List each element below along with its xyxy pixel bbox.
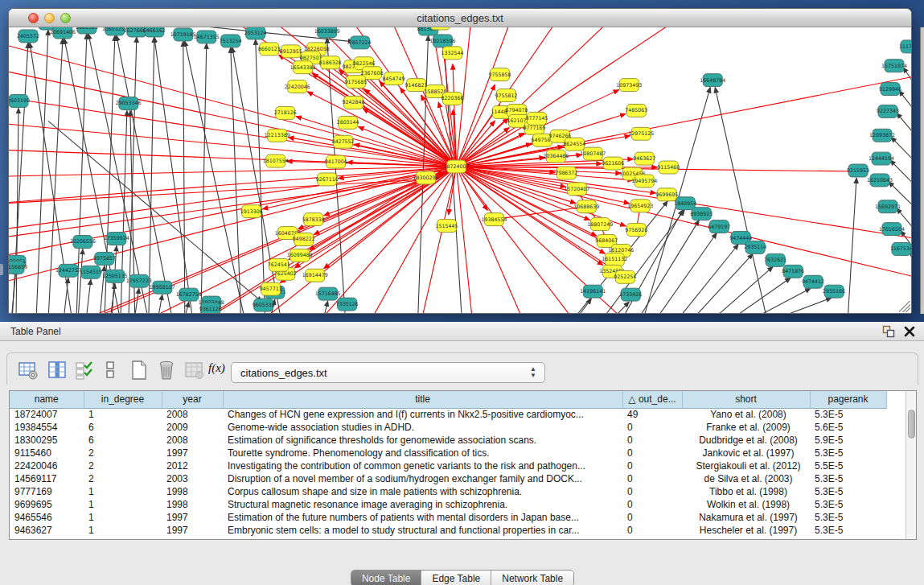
scrollbar-thumb[interactable] [908, 410, 915, 439]
tab-node-table[interactable]: Node Table [351, 571, 422, 585]
graph-node[interactable]: 14671355 [194, 31, 220, 43]
graph-node[interactable]: 7632621 [764, 253, 786, 266]
graph-node[interactable]: 1515445 [436, 220, 458, 233]
graph-node[interactable]: 9755858 [488, 68, 511, 81]
graph-node[interactable]: 19218596 [430, 35, 456, 47]
table-row[interactable]: 977716911998Corpus callosum shape and si… [10, 485, 906, 498]
column-header-name[interactable]: name [10, 391, 84, 408]
graph-node[interactable]: 16151132 [602, 253, 627, 266]
graph-node[interactable]: 10688639 [573, 200, 599, 213]
graph-node[interactable]: 9252254 [614, 270, 636, 283]
graph-node[interactable]: 9227343 [877, 105, 899, 117]
graph-node[interactable]: 18107554 [263, 154, 289, 167]
graph-node[interactable]: 10807487 [580, 147, 606, 160]
graph-node[interactable]: 9267110 [316, 173, 339, 186]
graph-node[interactable]: 9975857 [93, 252, 116, 265]
split-view-button[interactable] [99, 359, 121, 381]
select-rows-button[interactable] [73, 359, 96, 381]
graph-node[interactable]: 1861325 [76, 27, 98, 34]
graph-node[interactable]: 29053346 [116, 97, 142, 110]
graph-node[interactable]: 2803144 [337, 116, 359, 129]
graph-node[interactable]: 9129946 [879, 83, 901, 96]
table-row[interactable]: 1938455462009Genome-wide association stu… [10, 421, 906, 434]
edge[interactable] [86, 279, 91, 313]
edge[interactable] [149, 37, 154, 313]
graph-node[interactable]: 15716485 [315, 287, 341, 300]
graph-node[interactable]: 12444194 [869, 152, 894, 165]
graph-node[interactable]: 2935114 [744, 241, 766, 254]
graph-node[interactable]: 17359924 [104, 233, 129, 245]
graph-node[interactable]: 22420046 [285, 80, 310, 93]
graph-node[interactable]: 16543382 [290, 61, 316, 74]
graph-node[interactable]: 7513254 [220, 35, 242, 47]
table-options-button[interactable] [17, 359, 39, 381]
edge[interactable] [256, 39, 265, 313]
graph-node[interactable]: 7986372 [555, 167, 577, 179]
graph-node[interactable]: 8454749 [383, 72, 405, 85]
edge[interactable] [655, 233, 717, 313]
edge[interactable] [64, 278, 68, 313]
graph-node[interactable]: 15751074 [881, 60, 907, 72]
table-row[interactable]: 911546021997Tourette syndrome. Phenomeno… [10, 447, 906, 459]
graph-node[interactable]: 17957223 [126, 274, 152, 287]
show-columns-button[interactable] [46, 359, 68, 381]
graph-node[interactable]: 9463627 [633, 152, 655, 165]
column-header-pagerank[interactable]: pagerank [810, 391, 886, 408]
graph-node[interactable]: 9361126 [199, 303, 222, 313]
delete-column-button[interactable] [155, 359, 178, 381]
column-header-year[interactable]: year [162, 391, 223, 408]
graph-node[interactable]: 8912955 [280, 45, 302, 58]
close-panel-icon[interactable] [903, 325, 916, 338]
graph-node[interactable]: 6466162 [143, 27, 166, 37]
graph-node[interactable]: 7857224 [349, 36, 372, 49]
graph-node[interactable]: 20364486 [543, 150, 569, 163]
graph-node[interactable]: 7335126 [336, 298, 359, 311]
edge[interactable] [9, 121, 457, 167]
graph-node[interactable]: 8471876 [782, 265, 804, 278]
column-header-in_degree[interactable]: in_degree [84, 391, 162, 408]
edge[interactable] [890, 160, 911, 203]
graph-node[interactable]: 7624541 [268, 258, 290, 271]
graph-node[interactable]: 9755812 [495, 89, 517, 102]
function-builder-button[interactable]: f(x) [208, 361, 231, 384]
graph-node[interactable]: 2053124 [244, 27, 267, 39]
splitter-handle[interactable] [0, 264, 3, 275]
table-row[interactable]: 1872400712008Changes of HCN gene express… [10, 408, 906, 421]
graph-node[interactable]: 9756928 [625, 224, 647, 237]
graph-node[interactable]: 16210643 [867, 174, 893, 187]
graph-node[interactable]: 9605338 [253, 299, 275, 311]
edge[interactable] [848, 178, 856, 313]
edge[interactable] [323, 301, 328, 313]
graph-node[interactable]: 19654923 [627, 200, 653, 212]
graph-node[interactable]: 1733426 [619, 288, 642, 301]
graph-node[interactable]: 9498222 [293, 233, 315, 246]
graph-node[interactable]: 9215953 [847, 164, 869, 177]
graph-node[interactable]: 15720407 [564, 183, 589, 196]
graph-node[interactable]: 9417004 [325, 155, 347, 168]
edge[interactable] [899, 91, 911, 134]
table-row[interactable]: 946362711997Embryonic stem cells: a mode… [10, 524, 906, 537]
graph-node[interactable]: 12505135 [102, 270, 128, 282]
network-view[interactable]: 2405572168033720691406186132510653257152… [9, 27, 911, 313]
graph-node[interactable]: 1913306 [240, 205, 263, 218]
graph-node[interactable]: 9242848 [343, 97, 365, 109]
graph-node[interactable]: 12213389 [265, 129, 290, 142]
graph-node[interactable]: 16914479 [302, 269, 328, 282]
edge[interactable] [158, 295, 162, 313]
graph-node[interactable]: 1125439 [429, 27, 452, 30]
network-canvas[interactable]: 2405572168033720691406186132510653257152… [9, 27, 911, 313]
graph-node[interactable]: 6479197 [708, 220, 730, 233]
graph-node[interactable]: 9777145 [525, 112, 548, 125]
graph-node[interactable]: 8186328 [319, 56, 342, 69]
table-scrollbar[interactable] [906, 391, 916, 539]
graph-node[interactable]: 8938923 [690, 208, 713, 220]
graph-node[interactable]: 16099489 [287, 249, 313, 262]
table-selector[interactable]: citations_edges.txt ▲▼ [231, 362, 545, 383]
edge[interactable] [691, 253, 753, 313]
graph-node[interactable]: 2935166 [823, 285, 845, 298]
graph-node[interactable]: 9175685 [345, 76, 368, 89]
graph-node[interactable]: 12975125 [628, 127, 654, 140]
graph-node[interactable]: 16648784 [700, 74, 725, 87]
table-row[interactable]: 2242004622012Investigating the contribut… [10, 459, 906, 472]
edge[interactable] [154, 37, 193, 313]
